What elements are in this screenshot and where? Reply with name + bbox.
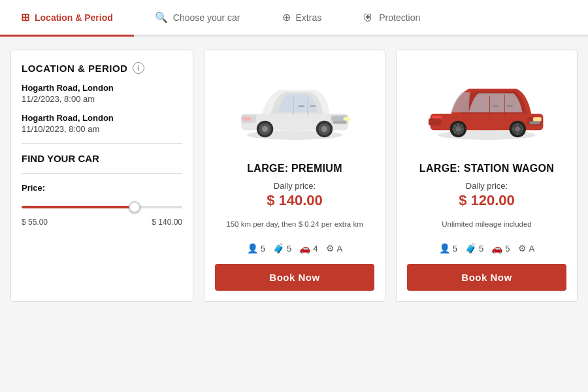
car-title-wagon: LARGE: STATION WAGON [419,163,554,174]
nav-label-protection: Protection [379,12,420,23]
svg-rect-21 [533,117,542,121]
feature-passengers-w: 👤 5 [439,243,457,253]
pickup-date: 11/2/2023, 8:00 am [22,94,182,104]
nav-item-extras[interactable]: ⊕ Extras [261,0,343,35]
features-wagon: 👤 5 🧳 5 🚗 5 ⚙ A [439,243,534,253]
grid-icon: ⊞ [21,11,29,24]
price-label: Price: [22,183,182,193]
price-range-labels: $ 55.00 $ 140.00 [22,218,182,227]
feature-luggage: 🧳 5 [273,243,291,253]
price-max: $ 140.00 [152,218,182,227]
dropoff-name: Hogarth Road, London [22,113,182,123]
passenger-icon: 👤 [247,243,258,253]
gear-icon-w: ⚙ [518,243,527,253]
plus-circle-icon: ⊕ [282,11,291,24]
car-card-station-wagon: LARGE: STATION WAGON Daily price: $ 120.… [396,50,578,302]
feature-doors-value: 4 [313,244,318,253]
book-button-premium[interactable]: Book Now [215,264,374,291]
feature-transmission-value-w: A [529,244,535,253]
car-image-premium [215,61,374,152]
feature-passengers-value-w: 5 [453,244,457,253]
book-button-wagon[interactable]: Book Now [407,264,566,291]
daily-price-wagon: $ 120.00 [459,192,515,209]
gear-icon: ⚙ [326,243,335,253]
car-image-wagon [407,61,566,152]
svg-rect-19 [431,114,544,130]
feature-doors-w: 🚗 5 [491,243,510,253]
luggage-icon: 🧳 [273,243,284,253]
sidebar-divider [22,143,182,144]
svg-rect-4 [344,117,351,120]
find-car-title: FIND YOUR CAR [22,153,182,164]
nav-item-choose-car[interactable]: 🔍 Choose your car [134,0,261,35]
dropoff-location: Hogarth Road, London 11/10/2023, 8:00 am [22,113,182,134]
svg-rect-7 [242,117,251,120]
top-navigation: ⊞ Location & Period 🔍 Choose your car ⊕ … [0,0,588,37]
info-icon[interactable]: i [133,62,144,74]
nav-item-protection[interactable]: ⛨ Protection [342,0,441,35]
sidebar-divider-2 [22,173,182,174]
door-icon-w: 🚗 [491,243,502,253]
feature-transmission-value: A [337,244,343,253]
dropoff-date: 11/10/2023, 8:00 am [22,124,182,134]
daily-label-wagon: Daily price: [466,181,508,191]
search-icon: 🔍 [155,11,168,24]
pickup-name: Hogarth Road, London [22,83,182,93]
main-content: LOCATION & PERIOD i Hogarth Road, London… [0,37,588,315]
price-slider-container[interactable] [22,199,182,211]
price-min: $ 55.00 [22,218,48,227]
car-cards-area: LARGE: PREMIUM Daily price: $ 140.00 150… [204,50,578,302]
luggage-icon-w: 🧳 [465,243,476,253]
feature-transmission-w: ⚙ A [518,243,535,253]
svg-rect-22 [529,122,540,125]
mileage-wagon: Unlimited mileage included [442,214,531,234]
svg-rect-39 [493,105,498,107]
feature-doors-value-w: 5 [505,244,510,253]
svg-rect-16 [298,105,304,107]
door-icon: 🚗 [299,243,310,253]
feature-passengers-value: 5 [261,244,265,253]
svg-rect-40 [507,105,513,107]
svg-rect-5 [333,121,346,124]
price-slider[interactable] [22,206,182,208]
pickup-location: Hogarth Road, London 11/2/2023, 8:00 am [22,83,182,104]
svg-rect-17 [310,105,316,107]
svg-point-13 [321,126,327,132]
sidebar: LOCATION & PERIOD i Hogarth Road, London… [10,50,193,302]
feature-doors: 🚗 4 [299,243,318,253]
mileage-premium: 150 km per day, then $ 0.24 per extra km [226,214,363,234]
feature-luggage-value-w: 5 [479,244,483,253]
passenger-icon-w: 👤 [439,243,450,253]
nav-label-choose-car: Choose your car [173,12,240,23]
nav-label-extras: Extras [296,12,322,23]
feature-passengers: 👤 5 [247,243,265,253]
shield-icon: ⛨ [363,12,374,24]
feature-luggage-w: 🧳 5 [465,243,483,253]
features-premium: 👤 5 🧳 5 🚗 4 ⚙ A [247,243,342,253]
svg-rect-24 [429,118,442,125]
feature-luggage-value: 5 [287,244,291,253]
daily-price-premium: $ 140.00 [267,192,323,209]
car-title-premium: LARGE: PREMIUM [247,163,342,174]
feature-transmission: ⚙ A [326,243,343,253]
sidebar-location-title: LOCATION & PERIOD i [22,62,182,74]
nav-item-location[interactable]: ⊞ Location & Period [0,0,134,37]
daily-label-premium: Daily price: [274,181,316,191]
nav-label-location: Location & Period [35,12,113,23]
svg-point-10 [262,126,268,132]
car-card-large-premium: LARGE: PREMIUM Daily price: $ 140.00 150… [204,50,385,302]
